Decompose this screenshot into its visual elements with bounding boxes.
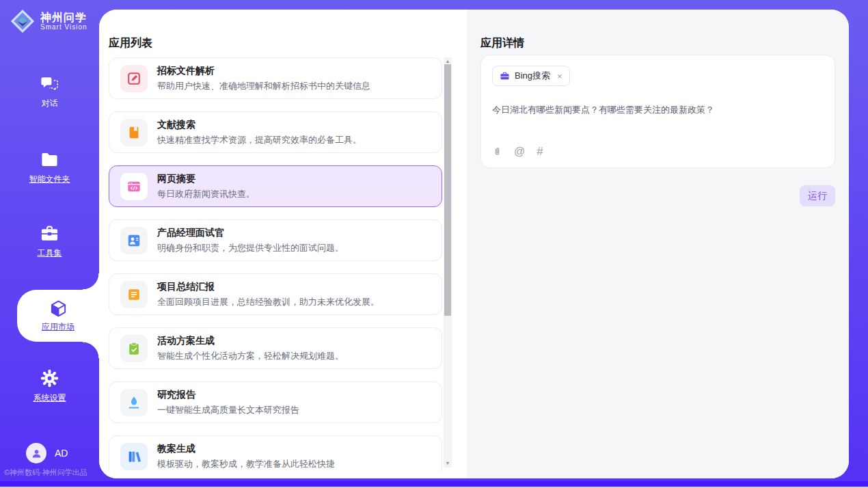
memo-icon xyxy=(120,281,148,308)
books-icon xyxy=(120,443,148,470)
query-input[interactable]: 今日湖北有哪些新闻要点？有哪些需要关注的最新政策？ xyxy=(492,104,714,116)
app-detail-title: 应用详情 xyxy=(480,36,524,51)
bottom-strip xyxy=(0,481,868,487)
app-list-item-6[interactable]: 活动方案生成 智能生成个性化活动方案，轻松解决规划难题。 xyxy=(109,327,442,369)
app-item-name: 研究报告 xyxy=(157,389,299,401)
browser-code-icon xyxy=(120,173,148,200)
app-list-item-8[interactable]: 教案生成 模板驱动，教案秒成，教学准备从此轻松快捷 xyxy=(109,435,442,472)
sidebar-item-app-market[interactable]: 应用市场 xyxy=(17,290,99,342)
mention-icon[interactable] xyxy=(514,146,525,157)
sidebar-item-smart-folder[interactable]: 智能文件夹 xyxy=(0,150,99,185)
app-list-item-2[interactable]: 文献搜索 快速精准查找学术资源，提高研究效率的必备工具。 xyxy=(109,111,442,153)
close-icon[interactable]: × xyxy=(557,71,562,81)
sidebar-item-system-settings[interactable]: 系统设置 xyxy=(0,369,99,404)
user-label: AD xyxy=(55,448,68,459)
app-item-description: 明确身份和职责，为您提供专业性的面试问题。 xyxy=(157,242,344,254)
app-list-scrollbar[interactable] xyxy=(444,57,452,467)
app-list-item-4[interactable]: 产品经理面试官 明确身份和职责，为您提供专业性的面试问题。 xyxy=(109,219,442,261)
app-item-description: 智能生成个性化活动方案，轻松解决规划难题。 xyxy=(157,350,344,362)
app-list-item-1[interactable]: 招标文件解析 帮助用户快速、准确地理解和解析招标书中的关键信息 xyxy=(109,57,442,99)
tab-notch-top xyxy=(83,273,99,290)
attachment-toolbar xyxy=(492,146,543,157)
logo-subtitle: Smart Vision xyxy=(40,23,87,31)
sidebar-item-label: 对话 xyxy=(42,98,58,109)
app-list-title: 应用列表 xyxy=(109,36,152,51)
logo-gem-icon xyxy=(10,8,36,34)
app-list: 招标文件解析 帮助用户快速、准确地理解和解析招标书中的关键信息 文献搜索 快速精… xyxy=(109,57,442,472)
sidebar-item-label: 智能文件夹 xyxy=(29,174,70,185)
run-button[interactable]: 运行 xyxy=(800,185,835,206)
app-list-panel: 应用列表 招标文件解析 帮助用户快速、准确地理解和解析招标书中的关键信息 文献搜… xyxy=(99,10,467,478)
gear-icon xyxy=(40,369,59,388)
app-item-description: 每日政府新闻资讯快查。 xyxy=(157,188,255,200)
app-item-description: 模板驱动，教案秒成，教学准备从此轻松快捷 xyxy=(157,458,335,470)
prompt-card: Bing搜索 × 今日湖北有哪些新闻要点？有哪些需要关注的最新政策？ xyxy=(480,55,835,168)
app-item-name: 项目总结汇报 xyxy=(157,281,379,293)
clipboard-check-icon xyxy=(120,335,148,362)
app-item-name: 网页摘要 xyxy=(157,173,255,185)
sidebar: 神州问学 Smart Vision 对话 智能文件夹 工具集 应用市场 系统设置 xyxy=(0,0,99,481)
document-edit-icon xyxy=(120,65,148,92)
chat-icon xyxy=(40,74,59,93)
app-list-item-7[interactable]: 研究报告 一键智能生成高质量长文本研究报告 xyxy=(109,381,442,423)
copyright-text: ©神州数码·神州问学出品 xyxy=(4,467,99,478)
pen-ink-icon xyxy=(120,389,148,416)
book-icon xyxy=(120,119,148,146)
sidebar-item-label: 应用市场 xyxy=(42,321,74,333)
logo-title: 神州问学 xyxy=(40,12,87,24)
app-item-description: 全面回顾项目进展，总结经验教训，助力未来优化发展。 xyxy=(157,296,379,308)
briefcase-icon xyxy=(500,71,510,81)
app-item-description: 帮助用户快速、准确地理解和解析招标书中的关键信息 xyxy=(157,80,370,92)
user-avatar-icon xyxy=(26,443,46,463)
toolbox-icon xyxy=(40,224,59,243)
main-content: 应用列表 招标文件解析 帮助用户快速、准确地理解和解析招标书中的关键信息 文献搜… xyxy=(99,10,849,478)
paperclip-icon[interactable] xyxy=(492,146,502,157)
app-item-description: 一键智能生成高质量长文本研究报告 xyxy=(157,404,299,416)
app-detail-panel: 应用详情 Bing搜索 × 今日湖北有哪些新闻要点？有哪些需要关注的最新政策？ … xyxy=(467,10,849,478)
topic-icon[interactable] xyxy=(537,146,543,157)
app-item-name: 教案生成 xyxy=(157,443,335,455)
app-item-name: 产品经理面试官 xyxy=(157,227,344,239)
app-item-name: 招标文件解析 xyxy=(157,65,370,77)
app-item-description: 快速精准查找学术资源，提高研究效率的必备工具。 xyxy=(157,134,362,146)
tool-tag-bing-search[interactable]: Bing搜索 × xyxy=(492,66,570,86)
user-account[interactable]: AD xyxy=(26,443,68,463)
cube-icon xyxy=(49,299,68,318)
app-logo: 神州问学 Smart Vision xyxy=(10,8,87,34)
app-item-name: 活动方案生成 xyxy=(157,335,344,347)
sidebar-item-label: 系统设置 xyxy=(33,392,66,404)
app-list-item-3[interactable]: 网页摘要 每日政府新闻资讯快查。 xyxy=(109,165,442,207)
scroll-down-icon[interactable] xyxy=(444,460,452,467)
tab-notch-bottom xyxy=(83,342,99,358)
scrollbar-thumb[interactable] xyxy=(444,64,451,316)
tool-tag-label: Bing搜索 xyxy=(515,70,550,82)
app-item-name: 文献搜索 xyxy=(157,119,362,131)
interviewer-icon xyxy=(120,227,148,254)
sidebar-item-label: 工具集 xyxy=(38,247,62,259)
sidebar-item-toolset[interactable]: 工具集 xyxy=(0,224,99,259)
app-list-item-5[interactable]: 项目总结汇报 全面回顾项目进展，总结经验教训，助力未来优化发展。 xyxy=(109,273,442,315)
folder-icon xyxy=(40,150,59,169)
sidebar-item-chat[interactable]: 对话 xyxy=(0,74,99,109)
